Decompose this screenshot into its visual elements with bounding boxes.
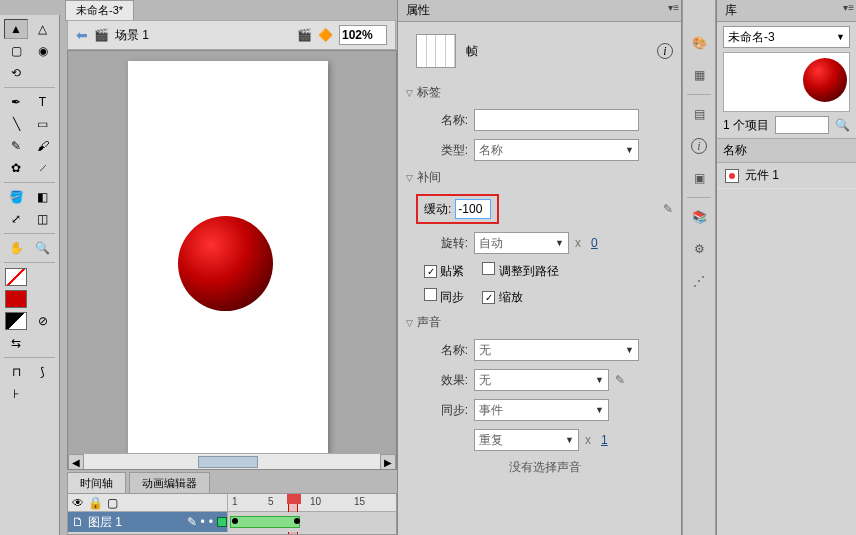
layer-row[interactable]: 🗋 图层 1 ✎ • • <box>68 512 396 532</box>
blank-tool-4[interactable] <box>31 333 55 353</box>
library-panel-icon[interactable]: 📚 <box>686 204 712 230</box>
text-tool[interactable]: T <box>31 92 55 112</box>
outline-icon[interactable]: ▢ <box>107 496 118 510</box>
layer-name[interactable]: 图层 1 <box>88 514 122 531</box>
layer-lock-dot[interactable]: • <box>209 515 213 529</box>
tween-span[interactable] <box>230 516 300 528</box>
symbol-edit-icon[interactable]: 🔶 <box>318 28 333 42</box>
brush-tool[interactable]: 🖌 <box>31 136 55 156</box>
edit-effect-icon[interactable]: ✎ <box>615 373 625 387</box>
bone-tool[interactable]: ⟋ <box>31 158 55 178</box>
sound-name-select[interactable]: 无▼ <box>474 339 639 361</box>
paint-bucket-tool[interactable]: 🪣 <box>4 187 28 207</box>
keyframe[interactable] <box>294 518 300 524</box>
tab-motion-editor[interactable]: 动画编辑器 <box>129 472 210 495</box>
free-transform-tool[interactable]: ▢ <box>4 41 28 61</box>
layer-visible-dot[interactable]: • <box>201 515 205 529</box>
3d-rotate-tool[interactable]: ◉ <box>31 41 55 61</box>
label-name-input[interactable] <box>474 109 639 131</box>
deco-tool[interactable]: ✿ <box>4 158 28 178</box>
zoom-input[interactable] <box>339 25 387 45</box>
library-doc-select[interactable]: 未命名-3 ▼ <box>723 26 850 48</box>
edit-ease-icon[interactable]: ✎ <box>663 202 673 216</box>
eraser-tool[interactable]: ◫ <box>31 209 55 229</box>
pen-tool[interactable]: ✒ <box>4 92 28 112</box>
motion-panel-icon[interactable]: ⋰ <box>686 268 712 294</box>
section-label[interactable]: ▽标签 <box>406 84 673 101</box>
search-icon[interactable]: 🔍 <box>835 118 850 132</box>
eye-icon[interactable]: 👁 <box>72 496 84 510</box>
ball-shape[interactable] <box>178 216 273 311</box>
hand-tool[interactable]: ✋ <box>4 238 28 258</box>
sync-checkbox[interactable] <box>424 288 437 301</box>
frames-area[interactable] <box>228 512 396 532</box>
pencil-tool[interactable]: ✎ <box>4 136 28 156</box>
horizontal-scrollbar[interactable]: ◀ ▶ <box>68 453 396 469</box>
ink-bottle-tool[interactable]: ◧ <box>31 187 55 207</box>
align-panel-icon[interactable]: ▤ <box>686 101 712 127</box>
components-panel-icon[interactable]: ⚙ <box>686 236 712 262</box>
label-type-select[interactable]: 名称▼ <box>474 139 639 161</box>
stroke-color[interactable] <box>4 267 28 287</box>
canvas[interactable] <box>128 61 328 456</box>
tab-timeline[interactable]: 时间轴 <box>67 472 126 495</box>
properties-title: 属性 <box>406 2 430 19</box>
keyframe[interactable] <box>232 518 238 524</box>
color-panel-icon[interactable]: 🎨 <box>686 30 712 56</box>
swap-colors[interactable]: ⇆ <box>4 333 28 353</box>
zoom-tool[interactable]: 🔍 <box>31 238 55 258</box>
library-column-name[interactable]: 名称 <box>717 139 856 163</box>
snap-checkbox[interactable]: ✓ <box>424 265 437 278</box>
adjust-path-checkbox[interactable] <box>482 262 495 275</box>
blank-tool-3[interactable] <box>31 289 55 309</box>
subselection-tool[interactable]: △ <box>31 19 55 39</box>
bw-swap[interactable] <box>4 311 28 331</box>
scene-name[interactable]: 场景 1 <box>115 27 149 44</box>
effect-select[interactable]: 无▼ <box>474 369 609 391</box>
no-color[interactable]: ⊘ <box>31 311 55 331</box>
repeat-select[interactable]: 重复▼ <box>474 429 579 451</box>
selection-tool[interactable]: ▲ <box>4 19 28 39</box>
scroll-thumb[interactable] <box>198 456 258 468</box>
section-tween[interactable]: ▽补间 <box>406 169 673 186</box>
chevron-down-icon: ▼ <box>565 435 574 445</box>
straighten-option[interactable]: ⊦ <box>4 384 28 404</box>
panel-menu-icon[interactable]: ▾≡ <box>843 2 854 13</box>
library-item-name: 元件 1 <box>745 167 779 184</box>
ease-input[interactable] <box>455 199 491 219</box>
rotate-count[interactable]: 0 <box>591 236 598 250</box>
chevron-down-icon: ▼ <box>836 32 845 42</box>
eyedropper-tool[interactable]: ⤢ <box>4 209 28 229</box>
scale-checkbox[interactable]: ✓ <box>482 291 495 304</box>
blank-tool-5[interactable] <box>31 384 55 404</box>
snap-option[interactable]: ⊓ <box>4 362 28 382</box>
info-icon[interactable]: i <box>657 43 673 59</box>
library-preview <box>723 52 850 112</box>
layer-outline-box[interactable] <box>217 517 227 527</box>
soundsync-select[interactable]: 事件▼ <box>474 399 609 421</box>
document-tab[interactable]: 未命名-3* <box>65 0 134 21</box>
smooth-option[interactable]: ⟆ <box>31 362 55 382</box>
repeat-count[interactable]: 1 <box>601 433 608 447</box>
transform-panel-icon[interactable]: ▣ <box>686 165 712 191</box>
library-search-input[interactable] <box>775 116 829 134</box>
lasso-tool[interactable]: ⟲ <box>4 63 28 83</box>
panel-menu-icon[interactable]: ▾≡ <box>668 2 679 13</box>
section-sound[interactable]: ▽声音 <box>406 314 673 331</box>
info-panel-icon[interactable]: i <box>686 133 712 159</box>
lock-icon[interactable]: 🔒 <box>88 496 103 510</box>
frame-numbers[interactable]: 1 5 10 15 <box>228 494 396 511</box>
back-arrow-icon[interactable]: ⬅ <box>76 27 88 43</box>
edit-scene-icon[interactable]: 🎬 <box>297 28 312 42</box>
scroll-left-button[interactable]: ◀ <box>68 454 84 470</box>
line-tool[interactable]: ╲ <box>4 114 28 134</box>
rotate-select[interactable]: 自动▼ <box>474 232 569 254</box>
rectangle-tool[interactable]: ▭ <box>31 114 55 134</box>
library-item[interactable]: 元件 1 <box>717 163 856 189</box>
playhead-knob[interactable] <box>287 494 301 504</box>
blank-tool-2[interactable] <box>31 267 55 287</box>
fill-color[interactable] <box>4 289 28 309</box>
swatches-panel-icon[interactable]: ▦ <box>686 62 712 88</box>
blank-tool-1[interactable] <box>31 63 55 83</box>
scroll-right-button[interactable]: ▶ <box>380 454 396 470</box>
